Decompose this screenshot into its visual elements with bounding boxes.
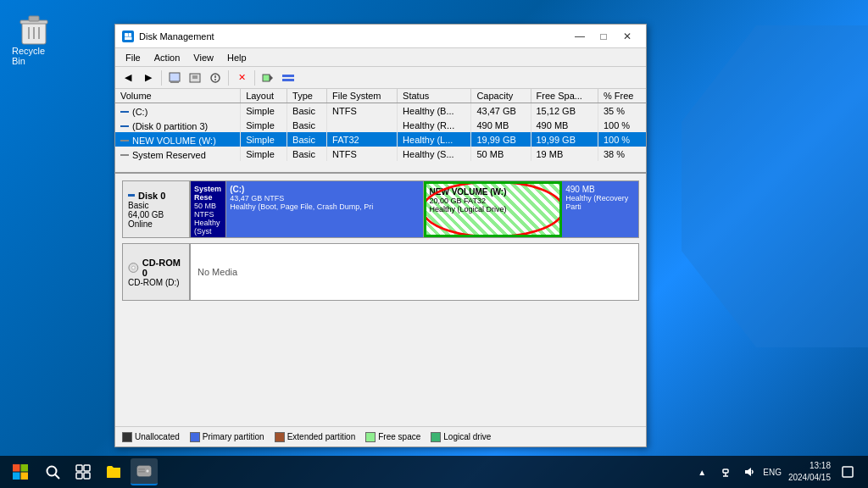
partition-c[interactable]: (C:) 43,47 GB NTFS Healthy (Boot, Page F… <box>226 181 423 237</box>
col-type[interactable]: Type <box>287 89 327 103</box>
table-cell: 490 MB <box>471 118 531 132</box>
col-layout[interactable]: Layout <box>241 89 287 103</box>
partition-w[interactable]: NEW VOLUME (W:) 20,00 GB FAT32 Healthy (… <box>424 181 563 237</box>
legend-unallocated-label: Unallocated <box>135 432 180 441</box>
toolbar-forward[interactable]: ▶ <box>139 69 158 87</box>
col-freespace[interactable]: Free Spa... <box>531 89 598 103</box>
taskbar-taskview[interactable] <box>70 458 97 485</box>
table-cell: (C:) <box>115 103 241 119</box>
table-cell: Basic <box>287 132 327 147</box>
svg-rect-31 <box>84 465 90 471</box>
table-cell: Basic <box>287 118 327 132</box>
partition-sysres-status: Healthy (Syst <box>194 219 222 236</box>
col-volume[interactable]: Volume <box>115 89 241 103</box>
menu-view[interactable]: View <box>186 51 220 64</box>
table-cell: NEW VOLUME (W:) <box>115 132 241 147</box>
close-button[interactable]: ✕ <box>615 25 639 48</box>
start-button[interactable] <box>3 458 37 485</box>
toolbar: ◀ ▶ ✕ <box>115 67 646 89</box>
system-tray: ▲ ENG 13:18 2024/04/15 <box>685 460 865 484</box>
cdrom0-name: CD-ROM 0 <box>142 258 184 278</box>
window-icon <box>122 30 134 42</box>
legend-primary-label: Primary partition <box>203 432 264 441</box>
legend-logical: Logical drive <box>431 432 491 442</box>
cdrom0-info: CD-ROM 0 CD-ROM (D:) <box>123 244 191 300</box>
menu-action[interactable]: Action <box>147 51 187 64</box>
partition-system-reserved[interactable]: System Rese 50 MB NTFS Healthy (Syst <box>191 181 226 237</box>
minimize-button[interactable]: — <box>568 25 592 48</box>
legend-logical-label: Logical drive <box>443 432 491 441</box>
svg-rect-18 <box>263 75 270 81</box>
toolbar-btn1[interactable] <box>165 69 184 87</box>
recycle-bin-icon[interactable]: Recycle Bin <box>8 8 59 69</box>
volume-table: Volume Layout Type File System Status Ca… <box>115 89 646 161</box>
table-row[interactable]: System ReservedSimpleBasicNTFSHealthy (S… <box>115 147 646 161</box>
tray-chevron[interactable]: ▲ <box>692 462 712 482</box>
partition-c-label: (C:) <box>230 185 419 194</box>
table-cell: 19,99 GB <box>471 132 531 147</box>
tray-volume[interactable] <box>739 462 760 482</box>
legend-extended-label: Extended partition <box>287 432 356 441</box>
partition-recovery[interactable]: 490 MB Healthy (Recovery Parti <box>562 181 638 237</box>
windows-logo-icon <box>12 463 29 480</box>
col-status[interactable]: Status <box>398 89 471 103</box>
table-cell: Basic <box>287 147 327 161</box>
partition-w-size: 20,00 GB FAT32 <box>430 197 557 205</box>
partition-sysres-size: 50 MB NTFS <box>194 202 222 219</box>
table-cell: 100 % <box>598 118 646 132</box>
toolbar-btn2[interactable] <box>186 69 204 87</box>
toolbar-btn5[interactable] <box>279 69 298 87</box>
svg-rect-21 <box>282 79 294 81</box>
table-cell: FAT32 <box>327 132 398 147</box>
col-pctfree[interactable]: % Free <box>598 89 646 103</box>
disk0-type: Basic <box>128 201 184 210</box>
table-row[interactable]: (C:)SimpleBasicNTFSHealthy (B...43,47 GB… <box>115 103 646 119</box>
toolbar-btn3[interactable] <box>206 69 225 87</box>
cdrom0-media: No Media <box>198 267 237 277</box>
table-cell: System Reserved <box>115 147 241 161</box>
svg-rect-39 <box>723 469 728 473</box>
svg-rect-32 <box>76 473 82 479</box>
table-cell: 15,12 GB <box>531 103 598 119</box>
maximize-button[interactable]: □ <box>592 25 615 48</box>
toolbar-back[interactable]: ◀ <box>119 69 137 87</box>
col-filesystem[interactable]: File System <box>327 89 398 103</box>
tray-notification-bell[interactable] <box>837 462 858 482</box>
svg-rect-2 <box>29 16 39 21</box>
svg-rect-8 <box>129 33 132 36</box>
recycle-bin-label: Recycle Bin <box>12 46 56 66</box>
table-cell: 19,99 GB <box>531 132 598 147</box>
svg-point-28 <box>47 467 57 476</box>
tray-clock[interactable]: 13:18 2024/04/15 <box>785 460 834 484</box>
svg-rect-24 <box>13 464 20 472</box>
clock-time: 13:18 <box>810 460 831 472</box>
menu-file[interactable]: File <box>119 51 147 64</box>
taskbar-explorer[interactable] <box>100 458 127 485</box>
col-capacity[interactable]: Capacity <box>471 89 531 103</box>
table-cell: Basic <box>287 103 327 119</box>
toolbar-separator-3 <box>254 70 255 86</box>
toolbar-btn4[interactable] <box>259 69 277 87</box>
tray-network[interactable] <box>715 462 736 482</box>
svg-line-29 <box>55 474 59 479</box>
table-row[interactable]: NEW VOLUME (W:)SimpleBasicFAT32Healthy (… <box>115 132 646 147</box>
toolbar-separator-1 <box>161 70 162 86</box>
window-controls: — □ ✕ <box>568 25 639 48</box>
notification-icon <box>841 465 854 479</box>
legend-primary: Primary partition <box>190 432 264 442</box>
taskbar-search[interactable] <box>39 458 66 485</box>
svg-rect-30 <box>76 465 82 471</box>
toolbar-btn-red-x[interactable]: ✕ <box>232 69 251 87</box>
menu-help[interactable]: Help <box>220 51 253 64</box>
table-cell: Simple <box>241 103 287 119</box>
svg-point-17 <box>214 79 216 80</box>
svg-marker-42 <box>745 468 751 476</box>
tray-lang[interactable]: ENG <box>763 468 782 477</box>
table-row[interactable]: (Disk 0 partition 3)SimpleBasicHealthy (… <box>115 118 646 132</box>
disk0-row: Disk 0 Basic 64,00 GB Online System Rese… <box>122 180 639 238</box>
table-cell: Healthy (B... <box>398 103 471 119</box>
table-cell: 35 % <box>598 103 646 119</box>
taskbar-diskmgmt[interactable] <box>131 458 158 485</box>
disk-map-area: Disk 0 Basic 64,00 GB Online System Rese… <box>115 174 646 426</box>
svg-rect-38 <box>138 471 145 473</box>
